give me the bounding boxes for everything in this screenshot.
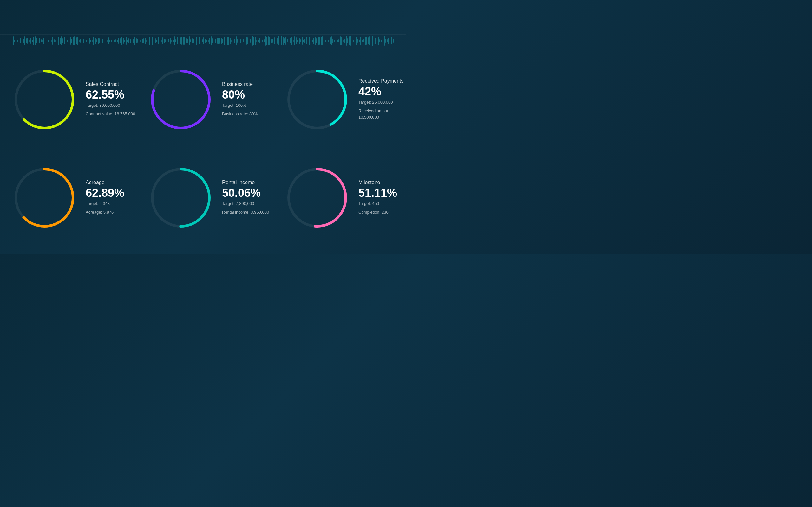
card-detail: Target: 7,890,000 <box>222 201 273 207</box>
waveform-bar-item <box>143 38 144 43</box>
waveform-bar-item <box>363 39 364 43</box>
waveform-bar-item <box>76 38 77 44</box>
circle-business-rate <box>149 68 212 131</box>
card-title-received-payments: Received Payments <box>358 78 406 84</box>
waveform-bar-item <box>155 38 156 43</box>
waveform-bar-item <box>164 39 165 43</box>
waveform-bar-item <box>189 37 190 45</box>
waveform-bar-item <box>107 40 107 42</box>
waveform-bar-item <box>121 37 122 44</box>
waveform-bar-item <box>296 38 297 44</box>
waveform-bar-item <box>278 37 279 45</box>
waveform-bar-item <box>154 38 154 44</box>
waveform-bar-item <box>168 39 169 42</box>
waveform-bar-item <box>190 39 191 43</box>
waveform-bar-item <box>300 39 301 43</box>
waveform-bar-item <box>340 37 341 45</box>
waveform-bar-item <box>224 37 225 44</box>
waveform-bar-item <box>165 39 166 43</box>
waveform-bar-item <box>19 39 20 43</box>
waveform-bar-item <box>306 38 307 45</box>
waveform-bar-item <box>135 37 136 45</box>
waveform-bar-item <box>222 39 223 43</box>
waveform-bar-item <box>158 38 159 44</box>
card-title-acreage: Acreage <box>86 180 136 185</box>
waveform-bar-item <box>105 41 106 42</box>
waveform-bar-item <box>237 39 238 43</box>
card-received-payments: Received Payments 42% Target: 25,000,000… <box>279 50 406 149</box>
waveform-bar-item <box>104 36 105 46</box>
card-inner-acreage: Acreage 62.89% Target: 9,343Acreage: 5,8… <box>13 166 136 229</box>
waveform-bar-item <box>64 38 65 44</box>
waveform-bar-item <box>159 39 160 43</box>
waveform-bar-item <box>156 40 157 42</box>
waveform-bar-item <box>209 38 210 44</box>
waveform-bar-item <box>294 37 295 46</box>
waveform-bar-item <box>353 40 354 42</box>
waveform-bar-item <box>336 39 337 43</box>
waveform-bar-item <box>269 37 270 45</box>
card-detail: Rental income: 3,950,000 <box>222 209 273 216</box>
card-inner-business-rate: Business rate 80% Target: 100%Business r… <box>149 68 273 131</box>
card-info-rental-income: Rental Income 50.06% Target: 7,890,000Re… <box>222 180 273 216</box>
waveform-bar-item <box>127 40 128 42</box>
waveform-bar-item <box>183 37 184 44</box>
waveform-bar-item <box>264 39 264 43</box>
waveform-bar-item <box>145 38 146 44</box>
waveform-bar-item <box>325 40 326 42</box>
waveform-bar-item <box>102 39 103 43</box>
income-section <box>13 18 193 19</box>
waveform-bar-item <box>140 40 141 42</box>
waveform-bar-item <box>245 39 246 43</box>
waveform-bar-item <box>214 38 215 44</box>
waveform-bar-item <box>388 38 389 44</box>
card-detail: Contract value: 18,765,000 <box>86 111 136 118</box>
waveform-bar-item <box>219 38 220 44</box>
waveform-bar-item <box>192 38 193 43</box>
waveform-bar-item <box>26 38 27 44</box>
waveform-bar-item <box>393 39 394 43</box>
waveform-bar-item <box>198 40 199 42</box>
waveform-bar-item <box>170 38 171 44</box>
card-detail: Target: 25,000,000 <box>358 99 406 106</box>
waveform-bar-item <box>366 37 367 45</box>
waveform-bar-item <box>20 38 21 43</box>
waveform-bar-item <box>29 40 30 42</box>
waveform-bar-item <box>255 37 256 45</box>
waveform-bar-item <box>124 40 125 42</box>
card-detail: Target: 9,343 <box>86 201 136 207</box>
waveform-bar-item <box>199 38 200 44</box>
waveform-bar-item <box>313 38 314 44</box>
waveform-bar-item <box>99 38 100 43</box>
waveform-bar-item <box>242 38 243 43</box>
waveform-bar-item <box>322 37 323 45</box>
waveform-bar-item <box>324 38 325 44</box>
card-title-rental-income: Rental Income <box>222 180 273 185</box>
card-detail: Acreage: 5,876 <box>86 209 136 216</box>
waveform-bar-item <box>162 38 163 44</box>
waveform-bar-item <box>303 40 304 42</box>
waveform-bar-item <box>316 38 317 43</box>
waveform-bar-item <box>83 39 84 43</box>
waveform-bar-item <box>211 37 212 45</box>
waveform-bar-item <box>256 40 257 41</box>
waveform-bar-item <box>136 38 137 44</box>
waveform-bar-item <box>68 38 69 43</box>
waveform-bar-item <box>229 37 229 45</box>
waveform-bar-item <box>259 38 260 43</box>
waveform-bar-item <box>266 37 267 45</box>
waveform-bar-item <box>371 38 372 44</box>
waveform-bar-item <box>299 38 300 44</box>
waveform-bar-item <box>161 40 162 42</box>
waveform-bar-item <box>387 39 388 43</box>
waveform-bar-item <box>132 38 133 43</box>
card-acreage: Acreage 62.89% Target: 9,343Acreage: 5,8… <box>6 149 143 247</box>
card-detail: Completion: 230 <box>358 209 406 216</box>
waveform-bar-item <box>36 38 37 43</box>
waveform-bar-item <box>203 38 204 45</box>
waveform-bar-item <box>101 39 102 43</box>
waveform-bar-item <box>359 40 360 42</box>
card-info-received-payments: Received Payments 42% Target: 25,000,000… <box>358 78 406 121</box>
waveform-bar-item <box>365 37 366 45</box>
waveform-bar-item <box>308 38 309 44</box>
